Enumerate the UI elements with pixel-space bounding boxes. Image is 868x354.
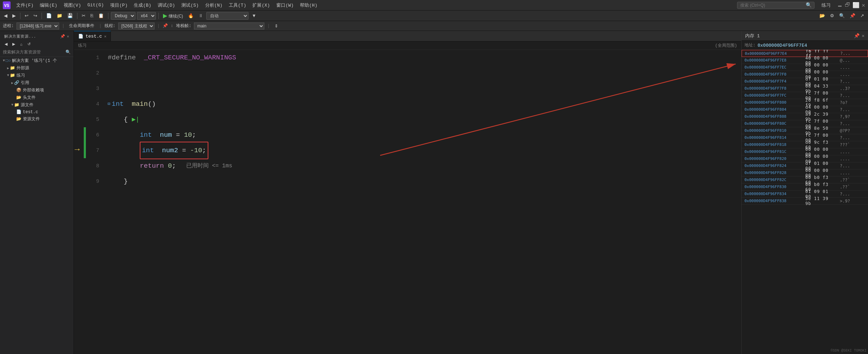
- sidebar-item-src[interactable]: ▼ 📁 源文件: [0, 101, 74, 109]
- sidebar-item-external-source[interactable]: ▶ 📁 外部源: [0, 64, 74, 72]
- sidebar-item-project[interactable]: ▼ 📁 练习: [0, 72, 74, 79]
- search-input[interactable]: [737, 2, 814, 9]
- memory-row-0[interactable]: 0x000000D4F96FF7E4 f6 ff ff ff ?...: [742, 50, 868, 57]
- thread-select[interactable]: [5268] 主线程: [118, 22, 155, 30]
- menu-project[interactable]: 项目(P): [107, 1, 130, 9]
- memory-row-9[interactable]: 0x000000D4F96FF808 a9 2c 39 9b ?,9?: [742, 113, 868, 120]
- tab-testc-close[interactable]: ✕: [104, 34, 107, 39]
- minimize-icon[interactable]: 🗕: [837, 2, 843, 8]
- open-folder-tool[interactable]: 📂: [818, 12, 827, 19]
- sidebar-forward[interactable]: ▶: [11, 41, 17, 47]
- cut-button[interactable]: ✂: [80, 12, 87, 19]
- menu-extensions[interactable]: 扩展(X): [250, 1, 272, 9]
- pause-button[interactable]: ⏸: [197, 12, 205, 19]
- memory-row-15[interactable]: 0x000000D4F96FF820 00 00 00 00 ....: [742, 155, 868, 162]
- menu-file[interactable]: 文件(F): [13, 1, 36, 9]
- memory-row-13[interactable]: 0x000000D4F96FF818 d0 9c f3 60 ???`: [742, 141, 868, 148]
- menu-window[interactable]: 窗口(W): [273, 1, 296, 9]
- memory-address-input[interactable]: [757, 43, 865, 48]
- settings-tool[interactable]: ⚙: [828, 12, 836, 19]
- hot-reload-button[interactable]: 🔥: [186, 12, 195, 19]
- menu-build[interactable]: 生成(B): [131, 1, 154, 9]
- menu-git[interactable]: Git(G): [84, 2, 107, 8]
- memory-row-7[interactable]: 0x000000D4F96FF800 20 f8 6f f9 ?o?: [742, 99, 868, 106]
- menu-view[interactable]: 视图(V): [61, 1, 84, 9]
- undo-button[interactable]: ↩: [23, 12, 30, 19]
- continue-button[interactable]: ▶ 继续(C): [161, 12, 185, 20]
- stack-frame-select[interactable]: main: [194, 22, 264, 30]
- code-line-7[interactable]: int num2 = -10 ;: [108, 143, 741, 158]
- process-select[interactable]: [12848] 练习.exe: [17, 22, 59, 30]
- paste-button[interactable]: 📋: [96, 12, 106, 19]
- memory-row-4[interactable]: 0x000000D4F96FF7F4 df 01 00 00 ?...: [742, 78, 868, 85]
- memory-row-18[interactable]: 0x000000D4F96FF82C 00 b0 f3 60 .??`: [742, 176, 868, 184]
- menu-help[interactable]: 帮助(H): [297, 1, 320, 9]
- code-line-5[interactable]: { ▶|: [108, 112, 741, 127]
- pin-tool[interactable]: 📌: [848, 12, 857, 19]
- memory-row-6[interactable]: 0x000000D4F96FF7FC fc 7f 00 00 ?...: [742, 92, 868, 99]
- menu-analyze[interactable]: 分析(N): [202, 1, 225, 9]
- memory-row-16[interactable]: 0x000000D4F96FF824 df 01 00 00 ?...: [742, 162, 868, 169]
- code-line-6[interactable]: int num = 10 ;: [108, 127, 741, 143]
- sidebar-close-icon[interactable]: ✕: [67, 34, 69, 39]
- memory-row-20[interactable]: 0x000000D4F96FF834 01 09 01 00 ?...: [742, 191, 868, 198]
- sidebar-item-solution[interactable]: ▼ □○ 解决方案 '练习'(1 个: [0, 57, 74, 64]
- new-file-button[interactable]: 📄: [44, 12, 54, 19]
- sidebar-pin-icon[interactable]: 📌: [60, 34, 65, 39]
- memory-row-8[interactable]: 0x000000D4F96FF804 d4 00 00 00 ?...: [742, 106, 868, 113]
- memory-row-12[interactable]: 0x000000D4F96FF814 fc 7f 00 00 ?...: [742, 134, 868, 141]
- share-tool[interactable]: ↗: [858, 12, 866, 19]
- code-line-2[interactable]: [108, 65, 741, 81]
- sidebar-home[interactable]: ⌂: [18, 41, 24, 47]
- close-icon[interactable]: ✕: [862, 2, 865, 9]
- dropdown-arrow[interactable]: ▼: [250, 12, 258, 19]
- code-scroll-area[interactable]: → 1 2 3 4 5 6 7 8 9: [74, 50, 741, 354]
- back-button[interactable]: ◀: [2, 12, 9, 19]
- tab-testc[interactable]: 📄 test.c ✕: [74, 31, 111, 41]
- save-button[interactable]: 💾: [65, 12, 75, 19]
- memory-pin-icon[interactable]: 📌: [854, 33, 860, 39]
- memory-row-19[interactable]: 0x000000D4F96FF830 00 b0 f3 60 .??`: [742, 184, 868, 191]
- code-editor[interactable]: → 1 2 3 4 5 6 7 8 9: [74, 50, 741, 354]
- code-line-3[interactable]: [108, 81, 741, 96]
- redo-button[interactable]: ↪: [32, 12, 39, 19]
- fold-icon-4[interactable]: ⊟: [108, 96, 110, 112]
- sidebar-item-ext-deps[interactable]: 📦 外部依赖项: [0, 86, 74, 94]
- memory-row-3[interactable]: 0x000000D4F96FF7F0 00 00 00 00 ....: [742, 71, 868, 78]
- restore-icon[interactable]: 🗗: [845, 2, 850, 8]
- menu-test[interactable]: 测试(S): [178, 1, 201, 9]
- sidebar-item-resources[interactable]: 📂 资源文件: [0, 115, 74, 123]
- memory-row-17[interactable]: 0x000000D4F96FF828 00 00 00 00 ....: [742, 169, 868, 176]
- memory-row-21[interactable]: 0x000000D4F96FF838 3e 11 39 9b >.9?: [742, 198, 868, 205]
- code-line-9[interactable]: }: [108, 174, 741, 189]
- sidebar-item-testc[interactable]: 📄 test.c: [0, 109, 74, 115]
- lifecycle-button[interactable]: 生命周期事件: [67, 22, 96, 30]
- sidebar-sync[interactable]: ↺: [26, 41, 32, 47]
- code-line-4[interactable]: ⊟ int main (): [108, 96, 741, 112]
- menu-debug[interactable]: 调试(D): [155, 1, 178, 9]
- sidebar-search-icon[interactable]: 🔍: [65, 50, 71, 55]
- maximize-icon[interactable]: ⬜: [853, 2, 860, 9]
- sidebar-item-refs[interactable]: ▶ 🔗 引用: [0, 79, 74, 86]
- menu-edit[interactable]: 编辑(E): [37, 1, 60, 9]
- memory-row-10[interactable]: 0x000000D4F96FF80C fc 7f 00 00 ?...: [742, 120, 868, 127]
- memory-close-icon[interactable]: ✕: [862, 33, 864, 39]
- memory-row-11[interactable]: 0x000000D4F96FF810 40 8e 50 9b @?P?: [742, 127, 868, 134]
- code-lines[interactable]: #define _CRT_SECURE_NO_WARNINGS ⊟ int ma: [102, 50, 741, 354]
- copy-button[interactable]: ⎘: [89, 12, 95, 19]
- open-file-button[interactable]: 📁: [55, 12, 64, 19]
- sidebar-item-headers[interactable]: 📂 头文件: [0, 94, 74, 101]
- memory-table[interactable]: 0x000000D4F96FF7E4 f6 ff ff ff ?... 0x00…: [742, 50, 868, 354]
- auto-select[interactable]: 自动: [206, 12, 249, 20]
- code-line-1[interactable]: #define _CRT_SECURE_NO_WARNINGS: [108, 50, 741, 65]
- memory-row-5[interactable]: 0x000000D4F96FF7F8 08 04 33 9b ..3?: [742, 85, 868, 92]
- memory-row-14[interactable]: 0x000000D4F96FF81C 00 00 00 00 ....: [742, 148, 868, 155]
- code-line-8[interactable]: return 0 ; 已用时间 <= 1ms: [108, 158, 741, 174]
- memory-row-1[interactable]: 0x000000D4F96FF7E8 40 00 00 00 @...: [742, 57, 868, 64]
- debug-expand[interactable]: ⇕: [273, 23, 280, 29]
- platform-select[interactable]: x64: [137, 12, 156, 20]
- debug-config-select[interactable]: Debug: [111, 12, 136, 20]
- memory-row-2[interactable]: 0x000000D4F96FF7EC 00 00 00 00 ....: [742, 64, 868, 71]
- sidebar-back[interactable]: ◀: [3, 41, 9, 47]
- search-tool[interactable]: 🔍: [837, 12, 847, 19]
